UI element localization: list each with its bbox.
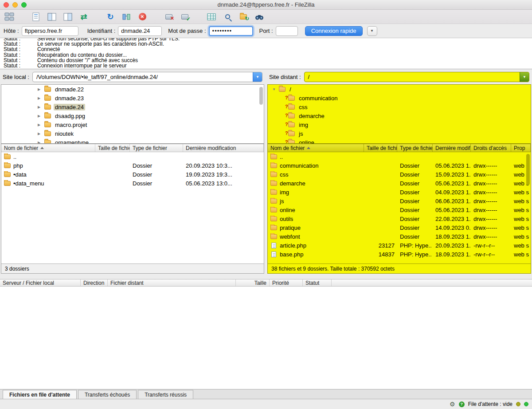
column-header-direction[interactable]: Direction [81, 279, 108, 286]
tree-item-root[interactable]: ▼ / [268, 85, 531, 94]
directory-comparison-button[interactable] [120, 11, 133, 23]
local-tree-toggle-button[interactable] [45, 11, 59, 23]
column-header-size[interactable]: Taille [236, 279, 270, 286]
remote-path-dropdown-button[interactable]: ▼ [520, 72, 529, 82]
find-files-button[interactable] [253, 11, 266, 23]
host-input[interactable] [22, 26, 78, 36]
tree-item[interactable]: ▶ dnmade.23 [1, 94, 264, 102]
column-header-type[interactable]: Type de fichier [397, 144, 433, 152]
file-row[interactable]: css Dossier 15.09.2023 1... drwx------ w… [268, 170, 531, 179]
password-input[interactable] [209, 26, 253, 36]
cancel-button[interactable]: ✕ [136, 11, 149, 23]
port-input[interactable] [276, 26, 298, 36]
column-header-remote-file[interactable]: Fichier distant [108, 279, 236, 286]
queue-tab[interactable]: Transferts échoués [78, 390, 137, 399]
file-name-cell: communication [268, 162, 364, 169]
file-name-cell: js [268, 198, 364, 204]
file-row[interactable]: img Dossier 04.09.2023 1... drwx------ w… [268, 188, 531, 197]
scrollbar-thumb[interactable] [526, 154, 530, 185]
status-led-green-icon [524, 402, 528, 406]
file-permissions-cell: drwx------ [471, 162, 511, 169]
file-row[interactable]: article.php 23127 PHP: Hype.. 20.09.2023… [268, 241, 531, 250]
file-row[interactable]: .. [1, 152, 264, 161]
file-row[interactable]: outils Dossier 22.08.2023 1... drwx-----… [268, 214, 531, 223]
queue-tab[interactable]: Transferts réussis [138, 390, 193, 399]
file-row[interactable]: •data Dossier 19.09.2023 19:3... [1, 170, 264, 179]
queue-tab[interactable]: Fichiers en file d'attente [3, 390, 77, 399]
folder-icon [44, 96, 51, 101]
file-row[interactable]: online Dossier 05.06.2023 1... drwx-----… [268, 205, 531, 214]
tree-item[interactable]: ▶ macro.projet [1, 120, 264, 129]
column-header-modified[interactable]: Dernière modification [183, 144, 264, 152]
username-label: Identifiant : [87, 28, 116, 34]
remote-list-scrollbar[interactable] [525, 153, 530, 263]
column-header-modified[interactable]: Dernière modificat [433, 144, 471, 152]
tree-item[interactable]: ▶ dnmade.22 [1, 85, 264, 94]
log-entry: Statut :Le serveur ne supporte pas les c… [4, 41, 528, 47]
synchronized-browsing-button[interactable]: ⇄ [77, 11, 90, 23]
file-row[interactable]: pratique Dossier 14.09.2023 0... drwx---… [268, 223, 531, 232]
local-path-combo[interactable]: /Volumes/DOWN/•le_taff/97_online/dnmade.… [32, 72, 262, 82]
site-manager-button[interactable] [3, 11, 16, 23]
tree-item[interactable]: css [268, 102, 531, 111]
tree-item[interactable]: ▶ dsaadg.ppg [1, 111, 264, 120]
tree-item[interactable]: communication [268, 94, 531, 102]
column-header-status[interactable]: Statut [303, 279, 332, 286]
folder-icon [44, 131, 51, 136]
remote-tree-toggle-button[interactable] [61, 11, 74, 23]
file-row[interactable]: .. [268, 152, 531, 161]
directory-listing-button[interactable] [205, 11, 218, 23]
file-type-cell: Dossier [397, 189, 433, 196]
tree-item[interactable]: ▶ ornamentype [1, 138, 264, 144]
tree-item[interactable]: js [268, 129, 531, 138]
tree-item[interactable]: demarche [268, 111, 531, 120]
column-header-size[interactable]: Taille de fichie [95, 144, 130, 152]
column-header-priority[interactable]: Priorité [270, 279, 303, 286]
help-icon[interactable]: ? [459, 401, 465, 407]
tree-item[interactable]: online [268, 138, 531, 144]
disconnect-button[interactable]: ✕ [162, 11, 176, 23]
tree-item[interactable]: ▶ dnmade.24 [1, 102, 264, 111]
column-header-local-file[interactable]: Serveur / Fichier local [0, 279, 81, 286]
file-row[interactable]: demarche Dossier 05.06.2023 1... drwx---… [268, 179, 531, 188]
file-type-cell: PHP: Hype.. [397, 251, 433, 258]
column-header-name[interactable]: Nom de fichier [1, 144, 95, 152]
file-name-cell: outils [268, 216, 364, 222]
file-row[interactable]: webfont Dossier 18.09.2023 1... drwx----… [268, 232, 531, 241]
column-header-owner[interactable]: Prop [511, 144, 531, 152]
refresh-button[interactable]: ↻ [104, 11, 117, 23]
folder-icon [270, 181, 277, 186]
reconnect-button[interactable]: ✓ [178, 11, 192, 23]
tree-item[interactable]: img [268, 120, 531, 129]
directory-comparison-icon [122, 13, 131, 21]
quickconnect-dropdown-button[interactable]: ▼ [367, 26, 377, 36]
tree-item[interactable]: ▶ nioutek [1, 129, 264, 138]
column-header-name[interactable]: Nom de fichier [268, 144, 364, 152]
quickconnect-button[interactable]: Connexion rapide [305, 26, 363, 36]
transfer-queue-body[interactable] [0, 287, 532, 389]
column-header-type[interactable]: Type de fichier [130, 144, 183, 152]
scrollbar-thumb[interactable] [259, 87, 263, 105]
column-label: Nom de fichier [270, 145, 305, 151]
file-row[interactable]: js Dossier 06.06.2023 1... drwx------ we… [268, 197, 531, 205]
file-row[interactable]: php Dossier 20.09.2023 10:3... [1, 161, 264, 170]
window-title: dnmade.24@ftpperso.free.fr - FileZilla [0, 1, 532, 8]
local-tree-scrollbar[interactable] [258, 85, 263, 143]
file-row[interactable]: communication Dossier 05.06.2023 1... dr… [268, 161, 531, 170]
folder-icon [270, 163, 277, 168]
folder-sync-button[interactable]: ↻ [237, 11, 250, 23]
queue-header: Serveur / Fichier local Direction Fichie… [0, 279, 532, 287]
file-row[interactable]: •data_menu Dossier 05.06.2023 13:0... [1, 179, 264, 188]
username-input[interactable] [118, 26, 162, 36]
gear-icon[interactable]: ⚙ [450, 401, 455, 407]
column-header-size[interactable]: Taille de fichi [364, 144, 397, 152]
file-search-button[interactable] [221, 11, 234, 23]
queue-splitter[interactable] [0, 274, 532, 279]
column-header-permissions[interactable]: Droits d'accès [471, 144, 511, 152]
local-path-dropdown-button[interactable]: ▼ [253, 72, 262, 82]
message-log-toggle-button[interactable] [29, 11, 43, 23]
file-type-cell: Dossier [397, 162, 433, 169]
file-row[interactable]: base.php 14837 PHP: Hype.. 18.09.2023 1.… [268, 250, 531, 259]
column-label: Dernière modification [186, 145, 236, 151]
remote-path-combo[interactable]: / ▼ [304, 72, 529, 82]
